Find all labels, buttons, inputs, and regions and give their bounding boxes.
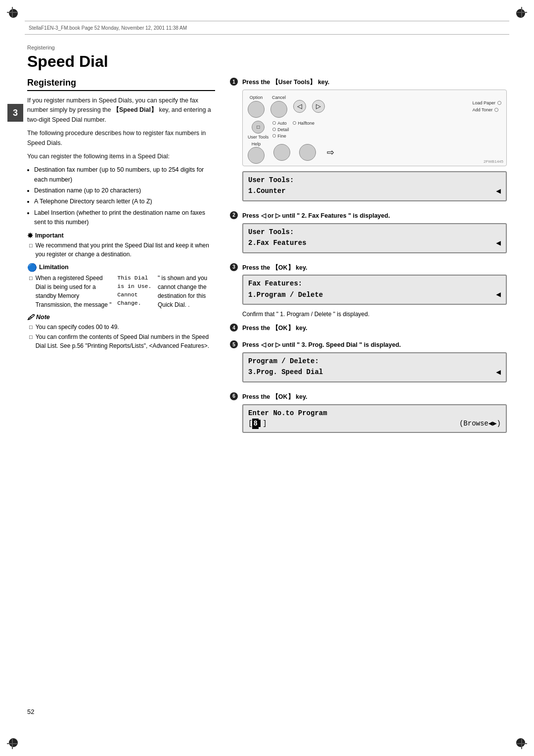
limitation-icon: 🔵 <box>27 263 37 272</box>
two-col-layout: Registering If you register numbers in S… <box>27 78 507 443</box>
panel-halftone: Halftone <box>293 121 314 126</box>
step-4-content: Press the 【OK】 key. <box>242 324 507 335</box>
step-6: 6 Press the 【OK】 key. Enter No.to Progra… <box>230 392 507 438</box>
header-strip: StellaF1EN-3_FM.book Page 52 Monday, Nov… <box>25 21 509 35</box>
lcd-line-2: 1.Counter ◀ <box>248 186 501 197</box>
option-label: Option <box>250 95 263 100</box>
panel-radio-labels: Auto Detail Fine <box>272 121 289 139</box>
panel-top-row: Option Cancel ◁ ▷ <box>248 95 501 118</box>
bullet-list: Destination fax number (up to 50 numbers… <box>34 165 215 227</box>
step-1: 1 Press the 【User Tools】 key. Option <box>230 78 507 206</box>
crosshair-br <box>516 738 527 749</box>
list-item: Label Insertion (whether to print the de… <box>34 208 215 228</box>
panel-bottom-row: Help ⇨ <box>248 142 501 164</box>
left-arrow-button[interactable]: ◁ <box>293 100 306 113</box>
important-icon: ✸ <box>27 232 33 239</box>
page-title: Speed Dial <box>27 52 507 71</box>
important-title: ✸ Important <box>27 232 215 239</box>
step-6-text: Press the 【OK】 key. <box>242 392 507 402</box>
note-title: 🖊 Note <box>27 313 215 321</box>
step-6-content: Press the 【OK】 key. Enter No.to Program … <box>242 392 507 438</box>
important-box: ✸ Important We recommend that you print … <box>27 232 215 259</box>
step-5-number: 5 <box>230 340 238 348</box>
step-1-content: Press the 【User Tools】 key. Option Cance… <box>242 78 507 206</box>
note-item-1: You can specify codes 00 to 49. <box>29 323 215 331</box>
right-arrow-button[interactable]: ▷ <box>312 100 325 113</box>
lcd-display-5: Program / Delete: 3.Prog. Speed Dial ◀ <box>242 352 507 382</box>
step-3-text: Press the 【OK】 key. <box>242 263 507 273</box>
step-2-number: 2 <box>230 211 238 219</box>
load-paper-indicator: Load Paper <box>472 100 501 105</box>
left-column: Registering If you register numbers in S… <box>27 78 215 443</box>
step-2-text: Press ◁ or ▷ until " 2. Fax Features " i… <box>242 211 507 221</box>
list-item: Destination name (up to 20 characters) <box>34 186 215 195</box>
intro-para-2: The following procedure describes how to… <box>27 129 215 148</box>
step-4-number: 4 <box>230 324 238 331</box>
breadcrumb: Registering <box>27 45 507 50</box>
intro-para-1: If you register numbers in Speed Dials, … <box>27 96 215 125</box>
lcd-display-6: Enter No.to Program [8▌] (Browse◀▶) <box>242 404 507 433</box>
option-button[interactable] <box>248 101 265 118</box>
cancel-button[interactable] <box>270 101 287 118</box>
right-column: 1 Press the 【User Tools】 key. Option <box>230 78 507 443</box>
page-number: 52 <box>27 708 34 715</box>
intro-para-3: You can register the following items in … <box>27 152 215 161</box>
section-heading: Registering <box>27 78 215 91</box>
crosshair-bl <box>7 738 18 749</box>
lcd-enter-title: Enter No.to Program <box>248 408 501 419</box>
crosshair-tr <box>516 7 527 18</box>
note-box: 🖊 Note You can specify codes 00 to 49. Y… <box>27 313 215 350</box>
limitation-box: 🔵 Limitation When a registered Speed Dia… <box>27 263 215 309</box>
header-filename: StellaF1EN-3_FM.book Page 52 Monday, Nov… <box>29 25 187 31</box>
step-4: 4 Press the 【OK】 key. <box>230 324 507 335</box>
limitation-title: 🔵 Limitation <box>27 263 215 272</box>
add-toner-indicator: Add Toner <box>472 107 501 112</box>
user-tools-label: User Tools <box>248 135 268 140</box>
step-3-confirm: Confirm that " 1. Program / Delete " is … <box>242 310 507 319</box>
lcd-display-3: Fax Features: 1.Program / Delete ◀ <box>242 275 507 305</box>
step-6-number: 6 <box>230 392 238 400</box>
panel-btn-mid[interactable] <box>273 144 290 161</box>
step-5: 5 Press ◁ or ▷ until " 3. Prog. Speed Di… <box>230 340 507 387</box>
step-5-content: Press ◁ or ▷ until " 3. Prog. Speed Dial… <box>242 340 507 387</box>
chapter-marker: 3 <box>7 104 23 122</box>
step-4-text: Press the 【OK】 key. <box>242 324 507 333</box>
list-item: A Telephone Directory search letter (A t… <box>34 197 215 206</box>
limitation-text: When a registered Speed Dial is being us… <box>29 274 215 309</box>
step-1-number: 1 <box>230 78 238 86</box>
lcd-display-2: User Tools: 2.Fax Features ◀ <box>242 223 507 253</box>
step-2-content: Press ◁ or ▷ until " 2. Fax Features " i… <box>242 211 507 258</box>
main-content: Registering Speed Dial 3 Registering If … <box>27 45 507 726</box>
lcd-enter-input: [8▌] (Browse◀▶) <box>248 419 501 429</box>
cancel-label: Cancel <box>272 95 286 100</box>
step-3: 3 Press the 【OK】 key. Fax Features: 1.Pr… <box>230 263 507 319</box>
step-5-text: Press ◁ or ▷ until " 3. Prog. Speed Dial… <box>242 340 507 350</box>
panel-illustration: Option Cancel ◁ ▷ <box>242 90 507 166</box>
help-button[interactable] <box>248 147 265 164</box>
note-icon: 🖊 <box>27 313 34 321</box>
step-3-content: Press the 【OK】 key. Fax Features: 1.Prog… <box>242 263 507 319</box>
important-text: We recommend that you print the Speed Di… <box>29 241 215 259</box>
note-item-2: You can confirm the contents of Speed Di… <box>29 332 215 350</box>
list-item: Destination fax number (up to 50 numbers… <box>34 165 215 185</box>
panel-btn-right[interactable] <box>299 144 316 161</box>
user-tools-button[interactable]: □ <box>252 121 265 134</box>
step-3-number: 3 <box>230 263 238 271</box>
lcd-cursor: 8 <box>252 419 258 429</box>
lcd-display-1: User Tools: 1.Counter ◀ <box>242 171 507 201</box>
panel-part-number: 2FWB1445 <box>484 159 503 164</box>
crosshair-tl <box>7 7 18 18</box>
lcd-line-1: User Tools: <box>248 175 501 186</box>
panel-middle-section: □ User Tools Auto Detail <box>248 121 501 140</box>
step-2: 2 Press ◁ or ▷ until " 2. Fax Features "… <box>230 211 507 258</box>
step-1-text: Press the 【User Tools】 key. <box>242 78 507 87</box>
